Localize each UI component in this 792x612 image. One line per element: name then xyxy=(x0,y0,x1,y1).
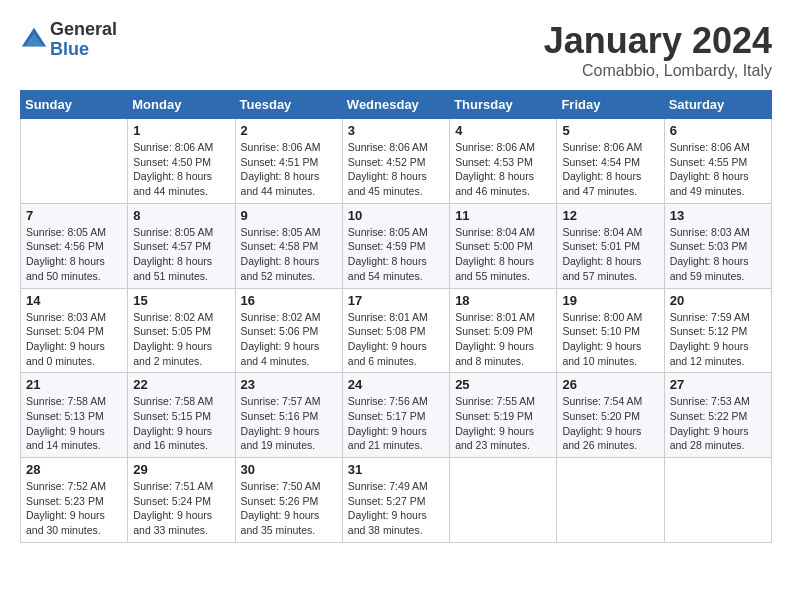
day-number: 14 xyxy=(26,293,122,308)
day-info: Sunrise: 8:06 AMSunset: 4:54 PMDaylight:… xyxy=(562,140,658,199)
day-info: Sunrise: 7:57 AMSunset: 5:16 PMDaylight:… xyxy=(241,394,337,453)
day-info: Sunrise: 8:05 AMSunset: 4:59 PMDaylight:… xyxy=(348,225,444,284)
day-info: Sunrise: 7:59 AMSunset: 5:12 PMDaylight:… xyxy=(670,310,766,369)
calendar-cell: 3Sunrise: 8:06 AMSunset: 4:52 PMDaylight… xyxy=(342,119,449,204)
calendar-cell: 10Sunrise: 8:05 AMSunset: 4:59 PMDayligh… xyxy=(342,203,449,288)
day-number: 28 xyxy=(26,462,122,477)
calendar-cell: 27Sunrise: 7:53 AMSunset: 5:22 PMDayligh… xyxy=(664,373,771,458)
day-info: Sunrise: 7:56 AMSunset: 5:17 PMDaylight:… xyxy=(348,394,444,453)
logo-icon xyxy=(20,26,48,54)
day-info: Sunrise: 7:58 AMSunset: 5:15 PMDaylight:… xyxy=(133,394,229,453)
calendar-week-1: 1Sunrise: 8:06 AMSunset: 4:50 PMDaylight… xyxy=(21,119,772,204)
title-block: January 2024 Comabbio, Lombardy, Italy xyxy=(544,20,772,80)
calendar-cell: 22Sunrise: 7:58 AMSunset: 5:15 PMDayligh… xyxy=(128,373,235,458)
day-info: Sunrise: 8:06 AMSunset: 4:55 PMDaylight:… xyxy=(670,140,766,199)
logo-blue: Blue xyxy=(50,40,117,60)
calendar-cell: 20Sunrise: 7:59 AMSunset: 5:12 PMDayligh… xyxy=(664,288,771,373)
calendar-cell: 7Sunrise: 8:05 AMSunset: 4:56 PMDaylight… xyxy=(21,203,128,288)
calendar-cell: 26Sunrise: 7:54 AMSunset: 5:20 PMDayligh… xyxy=(557,373,664,458)
calendar-cell: 2Sunrise: 8:06 AMSunset: 4:51 PMDaylight… xyxy=(235,119,342,204)
calendar-cell: 29Sunrise: 7:51 AMSunset: 5:24 PMDayligh… xyxy=(128,458,235,543)
weekday-header-tuesday: Tuesday xyxy=(235,91,342,119)
day-info: Sunrise: 7:55 AMSunset: 5:19 PMDaylight:… xyxy=(455,394,551,453)
calendar-cell: 17Sunrise: 8:01 AMSunset: 5:08 PMDayligh… xyxy=(342,288,449,373)
calendar-table: SundayMondayTuesdayWednesdayThursdayFrid… xyxy=(20,90,772,543)
day-number: 11 xyxy=(455,208,551,223)
calendar-week-3: 14Sunrise: 8:03 AMSunset: 5:04 PMDayligh… xyxy=(21,288,772,373)
weekday-header-wednesday: Wednesday xyxy=(342,91,449,119)
day-info: Sunrise: 8:06 AMSunset: 4:51 PMDaylight:… xyxy=(241,140,337,199)
day-info: Sunrise: 7:52 AMSunset: 5:23 PMDaylight:… xyxy=(26,479,122,538)
day-info: Sunrise: 8:00 AMSunset: 5:10 PMDaylight:… xyxy=(562,310,658,369)
calendar-cell: 14Sunrise: 8:03 AMSunset: 5:04 PMDayligh… xyxy=(21,288,128,373)
day-info: Sunrise: 8:02 AMSunset: 5:05 PMDaylight:… xyxy=(133,310,229,369)
calendar-cell: 5Sunrise: 8:06 AMSunset: 4:54 PMDaylight… xyxy=(557,119,664,204)
day-info: Sunrise: 8:05 AMSunset: 4:57 PMDaylight:… xyxy=(133,225,229,284)
calendar-cell xyxy=(450,458,557,543)
calendar-cell: 9Sunrise: 8:05 AMSunset: 4:58 PMDaylight… xyxy=(235,203,342,288)
calendar-cell: 21Sunrise: 7:58 AMSunset: 5:13 PMDayligh… xyxy=(21,373,128,458)
calendar-cell: 13Sunrise: 8:03 AMSunset: 5:03 PMDayligh… xyxy=(664,203,771,288)
day-number: 7 xyxy=(26,208,122,223)
day-info: Sunrise: 8:04 AMSunset: 5:00 PMDaylight:… xyxy=(455,225,551,284)
day-number: 23 xyxy=(241,377,337,392)
day-info: Sunrise: 8:05 AMSunset: 4:58 PMDaylight:… xyxy=(241,225,337,284)
day-info: Sunrise: 7:58 AMSunset: 5:13 PMDaylight:… xyxy=(26,394,122,453)
day-number: 17 xyxy=(348,293,444,308)
day-number: 19 xyxy=(562,293,658,308)
calendar-cell: 4Sunrise: 8:06 AMSunset: 4:53 PMDaylight… xyxy=(450,119,557,204)
weekday-header-thursday: Thursday xyxy=(450,91,557,119)
day-number: 4 xyxy=(455,123,551,138)
day-info: Sunrise: 7:50 AMSunset: 5:26 PMDaylight:… xyxy=(241,479,337,538)
day-info: Sunrise: 7:54 AMSunset: 5:20 PMDaylight:… xyxy=(562,394,658,453)
calendar-cell: 31Sunrise: 7:49 AMSunset: 5:27 PMDayligh… xyxy=(342,458,449,543)
calendar-cell: 25Sunrise: 7:55 AMSunset: 5:19 PMDayligh… xyxy=(450,373,557,458)
page-header: General Blue January 2024 Comabbio, Lomb… xyxy=(20,20,772,80)
day-info: Sunrise: 8:03 AMSunset: 5:04 PMDaylight:… xyxy=(26,310,122,369)
day-number: 6 xyxy=(670,123,766,138)
day-number: 27 xyxy=(670,377,766,392)
day-number: 1 xyxy=(133,123,229,138)
day-number: 25 xyxy=(455,377,551,392)
calendar-cell: 8Sunrise: 8:05 AMSunset: 4:57 PMDaylight… xyxy=(128,203,235,288)
day-number: 29 xyxy=(133,462,229,477)
day-info: Sunrise: 8:05 AMSunset: 4:56 PMDaylight:… xyxy=(26,225,122,284)
day-number: 2 xyxy=(241,123,337,138)
weekday-header-monday: Monday xyxy=(128,91,235,119)
day-number: 16 xyxy=(241,293,337,308)
calendar-cell: 23Sunrise: 7:57 AMSunset: 5:16 PMDayligh… xyxy=(235,373,342,458)
day-info: Sunrise: 8:01 AMSunset: 5:08 PMDaylight:… xyxy=(348,310,444,369)
day-number: 9 xyxy=(241,208,337,223)
day-info: Sunrise: 8:06 AMSunset: 4:52 PMDaylight:… xyxy=(348,140,444,199)
weekday-header-saturday: Saturday xyxy=(664,91,771,119)
day-info: Sunrise: 8:02 AMSunset: 5:06 PMDaylight:… xyxy=(241,310,337,369)
day-number: 22 xyxy=(133,377,229,392)
calendar-cell: 12Sunrise: 8:04 AMSunset: 5:01 PMDayligh… xyxy=(557,203,664,288)
day-number: 18 xyxy=(455,293,551,308)
calendar-week-4: 21Sunrise: 7:58 AMSunset: 5:13 PMDayligh… xyxy=(21,373,772,458)
logo-general: General xyxy=(50,20,117,40)
calendar-cell: 16Sunrise: 8:02 AMSunset: 5:06 PMDayligh… xyxy=(235,288,342,373)
day-info: Sunrise: 7:51 AMSunset: 5:24 PMDaylight:… xyxy=(133,479,229,538)
calendar-cell: 6Sunrise: 8:06 AMSunset: 4:55 PMDaylight… xyxy=(664,119,771,204)
weekday-header-sunday: Sunday xyxy=(21,91,128,119)
calendar-cell: 15Sunrise: 8:02 AMSunset: 5:05 PMDayligh… xyxy=(128,288,235,373)
calendar-cell: 1Sunrise: 8:06 AMSunset: 4:50 PMDaylight… xyxy=(128,119,235,204)
day-number: 10 xyxy=(348,208,444,223)
calendar-cell: 30Sunrise: 7:50 AMSunset: 5:26 PMDayligh… xyxy=(235,458,342,543)
day-number: 5 xyxy=(562,123,658,138)
calendar-cell: 19Sunrise: 8:00 AMSunset: 5:10 PMDayligh… xyxy=(557,288,664,373)
day-number: 31 xyxy=(348,462,444,477)
day-number: 15 xyxy=(133,293,229,308)
calendar-cell xyxy=(557,458,664,543)
logo: General Blue xyxy=(20,20,117,60)
calendar-cell: 24Sunrise: 7:56 AMSunset: 5:17 PMDayligh… xyxy=(342,373,449,458)
day-info: Sunrise: 7:49 AMSunset: 5:27 PMDaylight:… xyxy=(348,479,444,538)
weekday-header-row: SundayMondayTuesdayWednesdayThursdayFrid… xyxy=(21,91,772,119)
day-number: 12 xyxy=(562,208,658,223)
calendar-week-5: 28Sunrise: 7:52 AMSunset: 5:23 PMDayligh… xyxy=(21,458,772,543)
calendar-cell xyxy=(664,458,771,543)
day-number: 30 xyxy=(241,462,337,477)
day-number: 21 xyxy=(26,377,122,392)
day-number: 8 xyxy=(133,208,229,223)
